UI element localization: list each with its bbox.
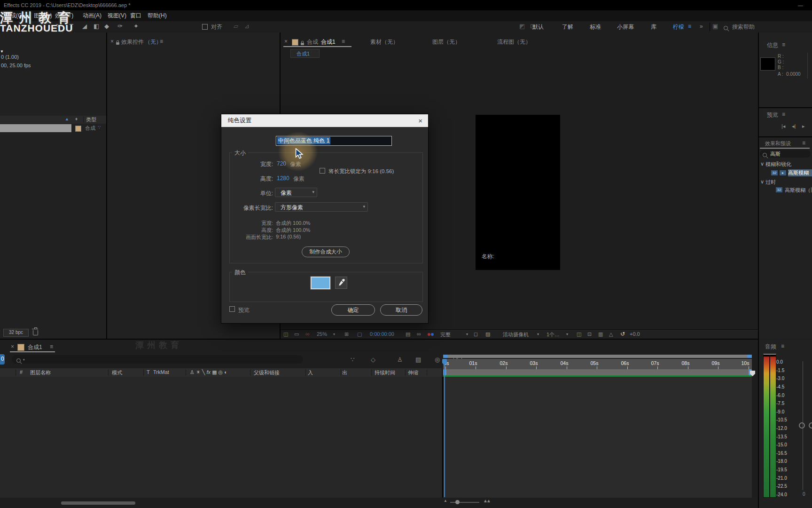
timeline-button-icon[interactable]: ▥ [598, 331, 603, 337]
workspace-tab-default[interactable]: 默认 [532, 23, 544, 31]
twirl-down-icon[interactable]: ∨ [760, 179, 764, 185]
effects-search-field[interactable]: 高斯 [760, 150, 811, 158]
type-column-header[interactable]: 类型 [86, 116, 96, 123]
show-snapshot-icon[interactable]: ∞ [417, 331, 421, 337]
minimize-button[interactable]: — [798, 0, 803, 10]
effect-row-gaussian[interactable]: 32 ▸ 高斯模糊 [759, 169, 812, 177]
play-icon[interactable]: ▸ [802, 123, 805, 129]
menu-help[interactable]: 帮助(H) [148, 10, 167, 21]
col-hash[interactable]: # [20, 369, 23, 375]
goggles-icon[interactable]: ∞ [305, 331, 310, 337]
chevron-down-icon[interactable]: ▾ [333, 332, 335, 336]
blue-channel-icon[interactable] [431, 333, 434, 336]
magnification-dropdown[interactable]: 25% [317, 331, 327, 337]
col-layer-name[interactable]: 图层名称 [30, 369, 51, 376]
view-layout-dropdown[interactable]: 1个… [547, 331, 560, 338]
capture-icon[interactable]: ▣ [712, 23, 718, 30]
workspace-tab-library[interactable]: 库 [651, 23, 656, 31]
flowchart-tab[interactable]: 流程图（无） [497, 38, 531, 46]
timeline-tab-name[interactable]: 合成1 [28, 343, 42, 351]
region-of-interest-icon[interactable]: ◻ [474, 331, 478, 337]
preview-panel-title[interactable]: 预览 [767, 111, 778, 119]
item-color-swatch[interactable] [75, 126, 81, 132]
viewer-tab-box[interactable]: 合成1 [290, 49, 320, 58]
current-time-display[interactable]: 0:00:00:00 [370, 331, 394, 337]
col-trkmat[interactable]: TrkMat [153, 369, 169, 375]
chevron-down-icon[interactable]: ▾ [466, 332, 468, 336]
help-search-input[interactable]: 搜索帮助 [732, 23, 755, 31]
timeline-hscroll-strip[interactable] [443, 355, 752, 358]
panel-menu-icon[interactable]: ≡ [782, 111, 785, 118]
playhead-line[interactable] [444, 359, 445, 497]
flowchart-view-icon[interactable]: ◫ [283, 331, 288, 337]
mask-visibility-icon[interactable]: ▢ [357, 331, 362, 337]
panel-menu-icon[interactable]: ≡ [342, 38, 345, 45]
ok-button[interactable]: 确定 [331, 304, 375, 316]
panel-menu-icon[interactable]: ≡ [160, 38, 163, 45]
workspace-menu-icon[interactable]: ≡ [688, 23, 691, 30]
audio-slider-handle-2[interactable] [809, 422, 812, 429]
effects-presets-title[interactable]: 效果和预设 [765, 140, 791, 147]
comp-flowchart-icon[interactable]: △ [609, 331, 613, 337]
units-dropdown[interactable]: 像素 ▾ [275, 188, 317, 197]
timeline-zoom-handle[interactable] [455, 500, 460, 504]
zoom-out-mountain-icon[interactable]: ▲ [444, 499, 447, 503]
audio-slider-handle[interactable] [799, 422, 805, 429]
bpc-button[interactable]: 32 bpc [3, 329, 29, 337]
effect-row-gaussian-legacy[interactable]: 32 高斯模糊（旧 [759, 186, 812, 194]
col-mode[interactable]: 模式 [112, 369, 122, 376]
panel-menu-icon[interactable]: ≡ [781, 343, 784, 349]
audio-panel-title[interactable]: 音频 [765, 343, 776, 351]
reset-exposure-icon[interactable]: ↺ [620, 331, 625, 337]
first-frame-icon[interactable]: |◂ [781, 123, 785, 129]
selected-item-bar[interactable] [0, 124, 71, 132]
motion-blur-icon[interactable]: ◎ [435, 356, 440, 363]
grid-guides-icon[interactable]: ⊞ [344, 331, 349, 337]
panel-menu-icon[interactable]: ≡ [802, 140, 805, 146]
category-obsolete[interactable]: 过时 [765, 179, 776, 186]
make-comp-size-button[interactable]: 制作合成大小 [302, 246, 350, 257]
close-tab-icon[interactable]: × [11, 343, 14, 350]
footage-tab[interactable]: 素材（无） [370, 38, 398, 46]
lock-aspect-checkbox[interactable] [320, 168, 325, 175]
effect-controls-tab[interactable]: 效果控件 [121, 38, 144, 46]
timecode-fragment[interactable]: 0 [0, 354, 5, 365]
twirl-down-icon[interactable]: ∨ [760, 161, 764, 167]
effects-search-value[interactable]: 高斯 [770, 151, 781, 158]
frame-blending-icon[interactable]: ▤ [415, 356, 421, 363]
close-tab-icon[interactable]: × [284, 38, 288, 45]
pixel-aspect-icon[interactable]: ◫ [577, 331, 581, 337]
col-out[interactable]: 出 [342, 369, 347, 376]
workspace-overflow-icon[interactable]: » [700, 23, 703, 30]
col-duration[interactable]: 持续时间 [375, 369, 395, 376]
eyedropper-button[interactable] [335, 277, 347, 289]
comp-tab-name[interactable]: 合成1 [321, 38, 336, 46]
close-tab-icon[interactable]: × [110, 38, 114, 45]
red-channel-icon[interactable] [428, 333, 430, 336]
cancel-button[interactable]: 取消 [380, 304, 422, 316]
col-in[interactable]: 入 [308, 369, 313, 376]
shy-layers-icon[interactable]: ♙ [397, 356, 403, 363]
timeline-zoom-track[interactable] [450, 502, 479, 503]
height-value[interactable]: 1280 [277, 175, 289, 182]
sort-arrow-icon[interactable]: ▲ [65, 117, 69, 121]
project-item-row[interactable]: 合成 ∵ [0, 124, 106, 132]
draft-3d-icon[interactable]: ◇ [371, 356, 375, 363]
composition-viewport[interactable] [476, 115, 560, 270]
layer-tab[interactable]: 图层（无） [432, 38, 461, 46]
workspace-icon-b[interactable]: ⊿ [244, 23, 250, 30]
workspace-tab-small-screen[interactable]: 小屏幕 [617, 23, 634, 31]
preview-checkbox[interactable] [229, 306, 235, 313]
close-icon[interactable]: × [418, 114, 422, 127]
hscroll-cap-left[interactable] [443, 355, 448, 358]
chevron-down-icon[interactable]: ▾ [537, 332, 539, 336]
view-dropdown[interactable]: 活动摄像机 [503, 331, 529, 338]
layer-hscrollbar[interactable] [61, 501, 135, 505]
snapshot-camera-icon[interactable]: ▤ [406, 331, 410, 337]
puppet-pin-tool-icon[interactable]: ✦ [133, 23, 139, 30]
effect-item-gaussian-legacy[interactable]: 高斯模糊（旧 [785, 187, 812, 194]
col-parent-link[interactable]: 父级和链接 [254, 369, 280, 376]
workspace-tab-learn[interactable]: 了解 [562, 23, 573, 31]
transparency-grid-icon[interactable]: ▨ [485, 331, 490, 337]
category-blur-sharpen[interactable]: 模糊和锐化 [765, 161, 791, 168]
